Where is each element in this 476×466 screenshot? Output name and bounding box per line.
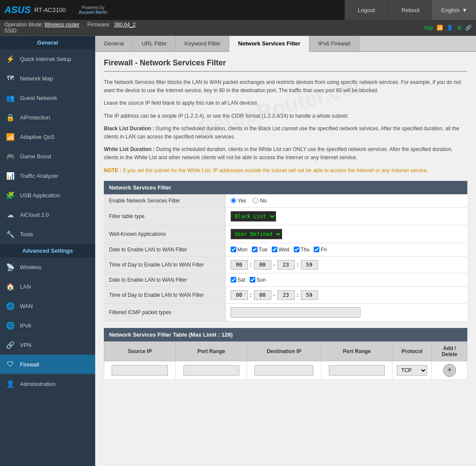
wan-icon: 🌐 — [5, 301, 16, 311]
users-icon: 👤 — [447, 25, 453, 31]
sidebar-item-lan[interactable]: 🏠 LAN — [0, 277, 95, 296]
port-range-2-input[interactable] — [329, 365, 385, 376]
sidebar-item-aicloud[interactable]: ☁ AiCloud 2.0 — [0, 205, 95, 225]
sidebar-item-adaptive-qos[interactable]: 📶 Adaptive QoS — [0, 127, 95, 147]
logout-button[interactable]: Logout — [344, 0, 388, 20]
filter-table-type-label: Filter table type — [104, 207, 225, 225]
model: RT-AC3100 — [34, 6, 66, 13]
sidebar-item-vpn[interactable]: 🔗 VPN — [0, 335, 95, 355]
logo: ASUS — [4, 4, 31, 16]
sidebar-item-quick-setup[interactable]: ⚡ Quick Internet Setup — [0, 49, 95, 69]
time-end-h[interactable] — [277, 260, 295, 270]
sidebar-label-aiprotection: AiProtection — [20, 114, 50, 121]
tab-keyword-filter[interactable]: Keyword Filter — [176, 36, 229, 51]
filter-settings-table: Enable Network Services Filter Yes No — [104, 194, 467, 321]
sidebar-item-administration[interactable]: 👤 Administration — [0, 374, 95, 394]
monitor-icon: 🖥 — [457, 25, 462, 31]
usb-application-icon: 🧩 — [5, 190, 16, 200]
well-known-select[interactable]: User Defined FTP HTTP HTTPS — [231, 229, 282, 239]
icmp-input[interactable] — [231, 307, 360, 318]
sidebar-item-usb-application[interactable]: 🧩 USB Application — [0, 186, 95, 205]
status-icons: App 📶 👤 🖥 🔗 — [424, 25, 472, 31]
time-start-h[interactable] — [231, 260, 248, 270]
aicloud-icon: ☁ — [5, 209, 16, 220]
firmware-label: Firmware: — [87, 22, 110, 28]
mon-checkbox[interactable]: Mon — [231, 247, 248, 253]
firewall-icon: 🛡 — [5, 359, 16, 370]
firmware-value[interactable]: 380.64_2 — [114, 22, 135, 28]
sidebar-advanced-header: Advanced Settings — [0, 244, 95, 257]
reboot-button[interactable]: Reboot — [388, 0, 433, 20]
black-list-label: Black List Duration : — [104, 125, 154, 132]
enable-yes-radio[interactable]: Yes — [231, 198, 247, 204]
icmp-label: Filtered ICMP packet types — [104, 303, 225, 321]
enable-no-radio[interactable]: No — [253, 198, 267, 204]
operation-mode-value[interactable]: Wireless router — [45, 22, 80, 28]
sidebar-item-guest-network[interactable]: 👥 Guest Network — [0, 88, 95, 108]
wed-checkbox[interactable]: Wed — [272, 247, 289, 253]
status-bar: Operation Mode: Wireless router Firmware… — [0, 20, 476, 36]
protocol-select[interactable]: TCP UDP BOTH — [397, 365, 427, 376]
sidebar-item-firewall[interactable]: 🛡 Firewall — [0, 355, 95, 374]
well-known-label: Well-Known Applications — [104, 225, 225, 243]
time-start-h2[interactable] — [231, 290, 248, 300]
sidebar-item-aiprotection[interactable]: 🔒 AiProtection — [0, 108, 95, 127]
sidebar-item-tools[interactable]: 🔧 Tools — [0, 225, 95, 244]
col-protocol: Protocol — [392, 341, 432, 361]
sat-checkbox[interactable]: Sat — [231, 277, 245, 283]
time-end-m2[interactable] — [301, 290, 318, 300]
weekday-checkboxes: Mon Tue Wed Thu Fri — [231, 247, 463, 253]
row-date-weekend: Date to Enable LAN to WAN Filter Sat Sun — [104, 273, 467, 286]
tab-url-filter[interactable]: URL Filter — [133, 36, 176, 51]
date-weekend-label: Date to Enable LAN to WAN Filter — [104, 273, 225, 286]
sidebar-item-game-boost[interactable]: 🎮 Game Boost — [0, 147, 95, 166]
enable-yes-label: Yes — [238, 198, 247, 204]
time-end-m[interactable] — [301, 260, 318, 270]
filter-table-type-select[interactable]: Black List White List — [231, 211, 276, 222]
sun-checkbox[interactable]: Sun — [250, 277, 266, 283]
sidebar-label-wireless: Wireless — [20, 264, 42, 270]
sidebar-general-header: General — [0, 36, 95, 49]
source-ip-input[interactable] — [112, 365, 168, 376]
language-button[interactable]: English ▼ — [432, 0, 476, 20]
sidebar-label-network-map: Network Map — [20, 75, 53, 82]
network-map-icon: 🗺 — [5, 73, 16, 84]
thu-checkbox[interactable]: Thu — [294, 247, 310, 253]
enable-yes-input[interactable] — [231, 198, 236, 203]
weekend-checkboxes: Sat Sun — [231, 277, 463, 283]
sidebar-item-wan[interactable]: 🌐 WAN — [0, 296, 95, 316]
time-start-m2[interactable] — [254, 290, 271, 300]
table-header-row: Source IP Port Range Destination IP Port… — [104, 341, 467, 361]
dash-sep-1: - — [273, 262, 275, 268]
tab-network-services-filter[interactable]: Network Services Filter — [229, 36, 309, 52]
administration-icon: 👤 — [5, 379, 16, 389]
white-list-desc: White List Duration : During the schedul… — [104, 145, 467, 162]
fri-checkbox[interactable]: Fri — [314, 247, 327, 253]
row-filter-table-type: Filter table type Black List White List — [104, 207, 467, 225]
enable-no-label: No — [260, 198, 267, 204]
game-boost-icon: 🎮 — [5, 151, 16, 161]
sidebar-item-ipv6[interactable]: 🌐 IPv6 — [0, 316, 95, 335]
aiprotection-icon: 🔒 — [5, 112, 16, 122]
enable-no-input[interactable] — [253, 198, 258, 203]
sidebar-label-firewall: Firewall — [20, 361, 39, 368]
sidebar-item-wireless[interactable]: 📡 Wireless — [0, 257, 95, 277]
sidebar-item-network-map[interactable]: 🗺 Network Map — [0, 69, 95, 88]
time-end-h2[interactable] — [277, 290, 295, 300]
tue-checkbox[interactable]: Tue — [252, 247, 267, 253]
operation-mode-label: Operation Mode: — [4, 22, 43, 28]
sidebar-item-traffic-analyzer[interactable]: 📊 Traffic Analyzer — [0, 166, 95, 186]
sidebar-label-administration: Administration — [20, 381, 55, 387]
sidebar-label-traffic-analyzer: Traffic Analyzer — [20, 173, 58, 179]
tab-general[interactable]: General — [95, 36, 133, 51]
dest-ip-input[interactable] — [254, 365, 313, 376]
tab-ipv6-firewall[interactable]: IPv6 Firewall — [309, 36, 359, 51]
description-1: The Network Services filter blocks the L… — [104, 78, 467, 95]
add-button[interactable]: + — [443, 364, 456, 377]
traffic-analyzer-icon: 📊 — [5, 170, 16, 181]
sidebar-label-adaptive-qos: Adaptive QoS — [20, 134, 55, 140]
col-port-range-2: Port Range — [321, 341, 392, 361]
port-range-1-input[interactable] — [183, 365, 239, 376]
time-start-m[interactable] — [254, 260, 271, 270]
table-row: TCP UDP BOTH + — [104, 361, 467, 379]
